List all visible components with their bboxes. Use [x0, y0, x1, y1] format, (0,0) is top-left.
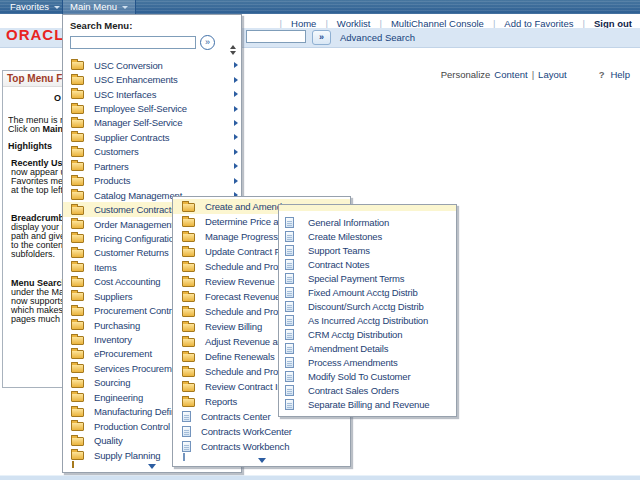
scroll-down-icon[interactable] — [148, 464, 156, 469]
personalize-label: Personalize — [441, 69, 491, 80]
page-icon — [285, 287, 294, 298]
menu-item[interactable]: USC Interfaces — [63, 87, 241, 101]
top-navigation-bar: Favorites Main Menu — [0, 0, 640, 14]
menu-item[interactable]: Contracts WorkCenter — [173, 424, 350, 439]
folder-icon — [71, 148, 84, 157]
chevron-right-icon — [234, 91, 238, 97]
folder-icon — [71, 321, 84, 330]
page-icon — [285, 245, 294, 256]
folder-icon — [182, 248, 195, 257]
menu-item[interactable]: USC Conversion — [63, 58, 241, 72]
page-icon — [285, 231, 294, 242]
menu-item[interactable]: USC Enhancements — [63, 72, 241, 86]
folder-icon — [71, 263, 84, 272]
help-group: ? Help — [599, 69, 630, 80]
menu-item[interactable]: Process Amendments — [279, 355, 456, 369]
menu-item[interactable]: Create Milestones — [279, 229, 456, 243]
menu-item[interactable]: CRM Acctg Distribution — [279, 327, 456, 341]
folder-icon — [71, 437, 84, 446]
chevron-right-icon — [234, 106, 238, 112]
menu-item[interactable]: Manager Self-Service — [63, 116, 241, 130]
menu-item[interactable]: Special Payment Terms — [279, 271, 456, 285]
folder-icon — [71, 307, 84, 316]
folder-icon — [71, 364, 84, 373]
folder-icon — [71, 90, 84, 99]
menu-item[interactable]: Support Teams — [279, 243, 456, 257]
partial-menu-item — [183, 453, 194, 461]
page-icon — [285, 217, 294, 228]
page-icon — [285, 301, 294, 312]
help-icon[interactable]: ? — [599, 69, 605, 80]
page-icon — [285, 371, 294, 382]
folder-icon — [182, 383, 195, 392]
folder-icon — [71, 408, 84, 417]
main-menu-tab[interactable]: Main Menu — [62, 0, 136, 14]
folder-icon — [182, 398, 195, 407]
folder-icon — [71, 177, 84, 186]
personalize-content-link[interactable]: Content — [494, 69, 527, 80]
folder-icon — [71, 206, 84, 215]
menu-item[interactable]: Contract Notes — [279, 257, 456, 271]
portal-search-go-icon[interactable]: » — [312, 30, 331, 45]
chevron-down-icon — [54, 6, 60, 9]
folder-icon — [71, 119, 84, 128]
chevron-right-icon — [234, 134, 238, 140]
chevron-right-icon — [234, 178, 238, 184]
menu-item[interactable]: Modify Sold To Customer — [279, 369, 456, 383]
menu-item[interactable]: Supplier Contracts — [63, 130, 241, 144]
menu-search-area: Search Menu: » — [63, 15, 241, 50]
page-icon — [183, 453, 185, 461]
menu-scroll-spinner-icon[interactable] — [230, 45, 236, 55]
menu-search-go-icon[interactable]: » — [200, 35, 215, 50]
page-icon — [285, 259, 294, 270]
menu-item[interactable]: Contract Sales Orders — [279, 383, 456, 397]
portal-search-input[interactable] — [246, 30, 306, 43]
menu-item[interactable]: Contracts Workbench — [173, 439, 350, 454]
page-bottom-strip — [0, 475, 640, 480]
folder-icon — [182, 293, 195, 302]
chevron-right-icon — [234, 62, 238, 68]
page-icon — [285, 385, 294, 396]
menu-item[interactable]: Employee Self-Service — [63, 101, 241, 115]
page-icon — [285, 357, 294, 368]
folder-icon — [182, 353, 195, 362]
menu-item[interactable]: Partners — [63, 159, 241, 173]
search-menu-label: Search Menu: — [70, 20, 234, 31]
folder-icon — [182, 308, 195, 317]
folder-icon — [71, 234, 84, 243]
help-link[interactable]: Help — [610, 69, 630, 80]
favorites-label: Favorites — [10, 0, 49, 14]
menu-item[interactable]: Discount/Surch Acctg Distrib — [279, 299, 456, 313]
chevron-right-icon — [234, 149, 238, 155]
highlight-strip — [279, 205, 456, 211]
folder-icon — [71, 336, 84, 345]
folder-icon — [71, 292, 84, 301]
menu-item[interactable]: As Incurred Acctg Distribution — [279, 313, 456, 327]
folder-icon — [72, 461, 74, 468]
menu-item[interactable]: Amendment Details — [279, 341, 456, 355]
favorites-menu-tab[interactable]: Favorites — [3, 0, 67, 14]
chevron-right-icon — [234, 77, 238, 83]
personalize-layout-link[interactable]: Layout — [538, 69, 567, 80]
folder-icon — [71, 278, 84, 287]
partial-menu-item — [72, 461, 85, 468]
folder-icon — [182, 323, 195, 332]
folder-icon — [182, 233, 195, 242]
folder-icon — [71, 393, 84, 402]
page-icon — [285, 399, 294, 410]
folder-icon — [71, 61, 84, 70]
menu-search-input[interactable] — [70, 36, 196, 49]
advanced-search-link[interactable]: Advanced Search — [340, 32, 415, 43]
folder-icon — [182, 263, 195, 272]
pipe-separator: | — [532, 69, 534, 80]
menu-item[interactable]: Products — [63, 174, 241, 188]
folder-icon — [71, 350, 84, 359]
menu-item[interactable]: General Information — [279, 215, 456, 229]
menu-item[interactable]: Customers — [63, 145, 241, 159]
folder-icon — [71, 422, 84, 431]
scroll-down-icon[interactable] — [258, 458, 266, 463]
folder-icon — [71, 162, 84, 171]
create-and-amend-submenu: General Information Create Milestones Su… — [278, 204, 457, 417]
menu-item[interactable]: Separate Billing and Revenue — [279, 397, 456, 411]
menu-item[interactable]: Fixed Amount Acctg Distrib — [279, 285, 456, 299]
